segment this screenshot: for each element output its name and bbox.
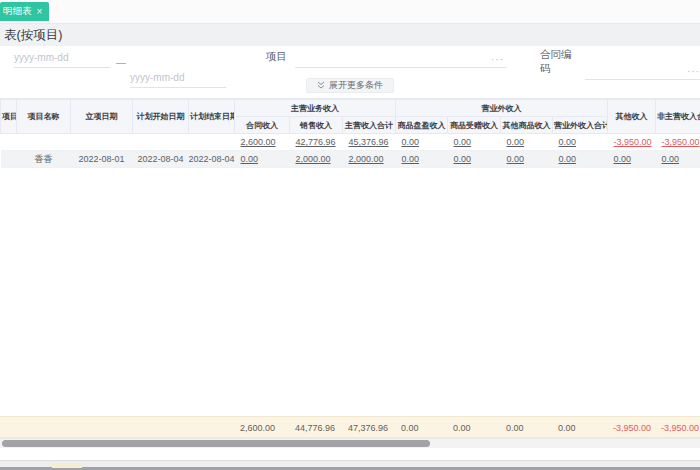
header-main-revenue-total: 主营收入合计 bbox=[343, 117, 396, 134]
tab-revenue-detail[interactable]: 明细表 × bbox=[0, 2, 49, 21]
cell-date bbox=[71, 134, 133, 151]
cell-value-link[interactable]: 2,000.00 bbox=[343, 154, 384, 164]
header-goods-surplus-revenue: 商品盘盈收入 bbox=[396, 117, 448, 134]
total-value: 44,776.96 bbox=[289, 423, 335, 433]
header-group-main-revenue: 主营业务收入 bbox=[235, 100, 396, 117]
report-table-wrap: 项目编码 项目名称 立项日期 计划开始日期 计划结束日期 主营业务收入 营业外收… bbox=[0, 98, 700, 168]
filter-project: 项目 ··· bbox=[266, 48, 504, 68]
footer-accent bbox=[52, 463, 82, 468]
title-bar: 表(按项目) bbox=[0, 24, 700, 46]
app-window: 明细表 × 表(按项目) — bbox=[0, 0, 700, 470]
cell-value-link[interactable]: 0.00 bbox=[396, 137, 420, 147]
header-other-goods-revenue: 其他商品收入 bbox=[501, 117, 553, 134]
cell-value-link[interactable]: 0.00 bbox=[501, 154, 525, 164]
date-range-separator: — bbox=[116, 57, 126, 68]
date-start-input[interactable] bbox=[14, 48, 110, 68]
cell-value-link[interactable]: 0.00 bbox=[448, 154, 472, 164]
table-row-subtotal: 2,600.00 42,776.96 45,376.96 0.00 0.00 0… bbox=[1, 134, 700, 151]
page-title: 表(按项目) bbox=[4, 27, 62, 44]
cell-value-link[interactable]: 0.00 bbox=[608, 154, 632, 164]
cell-value-link[interactable]: 0.00 bbox=[501, 137, 525, 147]
cell-value-link[interactable]: -3,950.00 bbox=[656, 137, 700, 147]
total-value: -3,950.00 bbox=[607, 423, 651, 433]
horizontal-scrollbar-thumb[interactable] bbox=[2, 440, 430, 447]
horizontal-scrollbar[interactable] bbox=[0, 438, 700, 448]
project-label: 项目 bbox=[266, 50, 287, 68]
cell-date bbox=[133, 134, 189, 151]
header-sales-revenue: 销售收入 bbox=[290, 117, 343, 134]
total-value: 0.00 bbox=[552, 423, 576, 433]
cell-value-link[interactable]: 0.00 bbox=[448, 137, 472, 147]
cell-name bbox=[17, 134, 71, 151]
total-value: -3,950.00 bbox=[655, 423, 699, 433]
header-group-nonoperating-revenue: 营业外收入 bbox=[396, 100, 608, 117]
header-goods-donated-revenue: 商品受赠收入 bbox=[448, 117, 501, 134]
header-nonoperating-total: 营业外收入合计 bbox=[553, 117, 608, 134]
cell-value-link[interactable]: 0.00 bbox=[553, 154, 577, 164]
header-project-code: 项目编码 bbox=[1, 100, 17, 134]
cell-value-link[interactable]: 2,600.00 bbox=[235, 137, 276, 147]
contract-code-label: 合同编码 bbox=[540, 48, 577, 80]
report-table: 项目编码 项目名称 立项日期 计划开始日期 计划结束日期 主营业务收入 营业外收… bbox=[0, 99, 700, 168]
project-input[interactable] bbox=[295, 48, 507, 68]
table-row-project: 香香 2022-08-01 2022-08-04 2022-08-04 0.00… bbox=[1, 151, 700, 168]
grand-total-row: 2,600.00 44,776.96 47,376.96 0.00 0.00 0… bbox=[0, 416, 700, 438]
header-plan-end-date: 计划结束日期 bbox=[189, 100, 235, 134]
header-other-income: 其他收入 bbox=[608, 100, 656, 134]
expand-conditions-button[interactable]: 展开更多条件 bbox=[306, 78, 394, 93]
cell-date: 2022-08-04 bbox=[189, 151, 235, 168]
cell-value-link[interactable]: -3,950.00 bbox=[608, 137, 652, 147]
cell-code bbox=[1, 134, 17, 151]
footer-strip bbox=[0, 460, 700, 470]
filter-contract: 合同编码 ··· bbox=[540, 48, 700, 80]
more-icon[interactable]: ··· bbox=[491, 54, 504, 68]
cell-name: 香香 bbox=[17, 151, 71, 168]
header-project-name: 项目名称 bbox=[17, 100, 71, 134]
tab-close-icon[interactable]: × bbox=[37, 7, 43, 17]
total-value: 0.00 bbox=[500, 423, 524, 433]
cell-value-link[interactable]: 42,776.96 bbox=[290, 137, 336, 147]
total-value: 2,600.00 bbox=[234, 423, 275, 433]
expand-conditions-label: 展开更多条件 bbox=[329, 79, 383, 92]
header-nonmain-total: 非主营收入合计 bbox=[656, 100, 700, 134]
cell-date bbox=[189, 134, 235, 151]
total-value: 0.00 bbox=[447, 423, 471, 433]
contract-code-input[interactable] bbox=[585, 60, 700, 80]
tab-label: 明细表 bbox=[3, 5, 32, 18]
header-setup-date: 立项日期 bbox=[71, 100, 133, 134]
cell-value-link[interactable]: 0.00 bbox=[656, 154, 680, 164]
cell-value-link[interactable]: 0.00 bbox=[235, 154, 259, 164]
header-plan-start-date: 计划开始日期 bbox=[133, 100, 189, 134]
header-contract-revenue: 合同收入 bbox=[235, 117, 290, 134]
cell-value-link[interactable]: 45,376.96 bbox=[343, 137, 389, 147]
cell-code bbox=[1, 151, 17, 168]
cell-value-link[interactable]: 0.00 bbox=[396, 154, 420, 164]
cell-value-link[interactable]: 2,000.00 bbox=[290, 154, 331, 164]
cell-date: 2022-08-04 bbox=[133, 151, 189, 168]
expand-row: 展开更多条件 bbox=[0, 78, 700, 93]
tab-bar: 明细表 × bbox=[0, 0, 700, 24]
cell-value-link[interactable]: 0.00 bbox=[553, 137, 577, 147]
total-value: 0.00 bbox=[395, 423, 419, 433]
total-value: 47,376.96 bbox=[342, 423, 388, 433]
cell-date: 2022-08-01 bbox=[71, 151, 133, 168]
double-chevron-down-icon bbox=[317, 81, 325, 90]
filter-panel: — 项目 ··· 合同编码 ··· bbox=[0, 46, 700, 98]
